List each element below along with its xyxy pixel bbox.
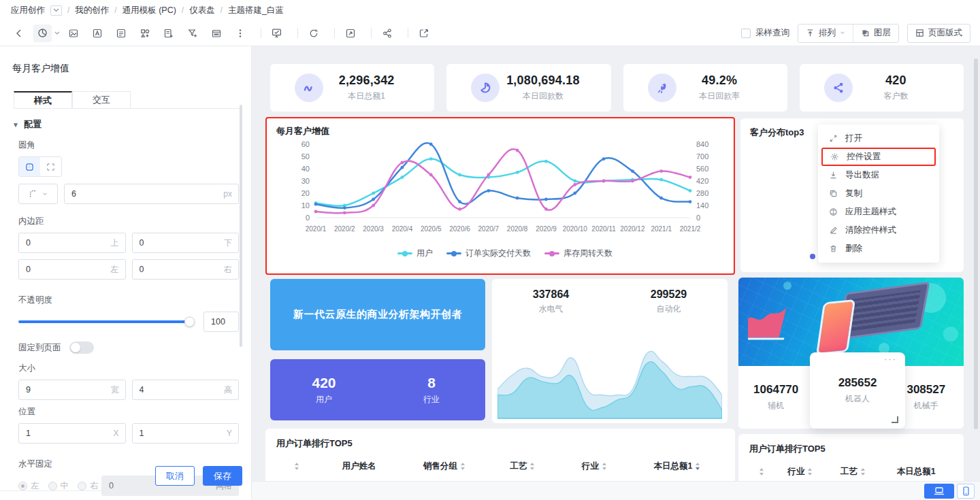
menu-item-open[interactable]: 打开	[818, 129, 939, 148]
page-layout-button[interactable]: 页面版式	[907, 24, 970, 43]
share-icon[interactable]	[378, 24, 396, 42]
checkbox-icon[interactable]	[741, 29, 751, 38]
cancel-button[interactable]: 取消	[155, 466, 195, 486]
back-icon[interactable]	[10, 24, 28, 42]
preview-icon[interactable]	[267, 24, 286, 42]
chevron-down-icon[interactable]	[54, 31, 60, 35]
breadcrumb-item[interactable]: 仪表盘	[189, 5, 215, 16]
config-section-header[interactable]: ▼ 配置	[0, 109, 251, 131]
toolbar-divider	[297, 28, 298, 38]
legend-item[interactable]: 用户	[397, 248, 433, 259]
radius-corners-button[interactable]	[40, 157, 61, 176]
text-icon[interactable]	[88, 24, 106, 42]
layers-button[interactable]: 图层	[853, 24, 898, 42]
more-icon[interactable]: ···	[884, 354, 897, 364]
component-icon[interactable]	[135, 24, 154, 42]
panel-scrollbar[interactable]	[240, 105, 242, 347]
hfix-right-radio[interactable]: 右	[78, 480, 99, 492]
menu-item-apply-theme[interactable]: 应用主题样式	[818, 203, 939, 221]
column-header[interactable]	[749, 466, 774, 478]
radius-all-button[interactable]	[19, 157, 40, 176]
svg-text:560: 560	[696, 165, 708, 173]
robot-stat-widget-selected[interactable]: ··· 285652 机器人	[810, 352, 905, 429]
toolbar: 采样查询 排列 图层 页面版式	[0, 20, 980, 46]
opacity-input[interactable]	[203, 312, 239, 332]
column-header[interactable]: 本日总额1	[630, 461, 724, 472]
padding-right-input[interactable]: 右	[132, 259, 240, 280]
query-icon[interactable]	[159, 24, 178, 42]
column-header[interactable]: 工艺	[487, 461, 558, 472]
fix-to-page-toggle[interactable]	[69, 341, 94, 354]
chart-type-icon[interactable]	[33, 24, 52, 42]
desktop-view-button[interactable]	[924, 484, 954, 499]
kpi-card-payback[interactable]: 1,080,694.18本日回款数	[446, 64, 610, 112]
breadcrumb-separator: /	[67, 5, 69, 15]
tab-style[interactable]: 样式	[14, 91, 72, 108]
kpi-card-total[interactable]: 2,296,342本日总额1	[270, 64, 434, 112]
legend-item[interactable]: 库存周转天数	[544, 248, 612, 259]
radius-input[interactable]: px	[64, 184, 239, 204]
breadcrumb-item[interactable]: 我的创作	[75, 5, 109, 16]
kpi-card-rate[interactable]: 49.2%本日回款率	[623, 64, 787, 112]
tab-icon[interactable]	[207, 24, 225, 42]
kpi-row: 2,296,342本日总额1 1,080,694.18本日回款数 49.2%本日…	[270, 64, 964, 112]
hfix-center-radio[interactable]: 中	[48, 480, 69, 492]
user-industry-stats-widget[interactable]: 420用户 8行业	[270, 359, 485, 420]
column-header[interactable]: 本日总额1	[879, 466, 953, 478]
chevron-down-icon[interactable]	[50, 5, 62, 16]
sample-query-checkbox[interactable]: 采样查询	[741, 27, 789, 39]
copy-icon	[828, 189, 838, 198]
kpi-card-customers[interactable]: 420客户数	[800, 64, 964, 112]
svg-text:20: 20	[301, 189, 310, 197]
stat-industries: 8行业	[378, 359, 485, 420]
filter-icon[interactable]	[183, 24, 201, 42]
mobile-view-button[interactable]	[957, 484, 975, 499]
menu-item-delete[interactable]: 删除	[818, 239, 939, 258]
menu-item-clear-style[interactable]: 清除控件样式	[818, 221, 939, 239]
padding-top-input[interactable]: 上	[18, 233, 126, 253]
padding-bottom-input[interactable]: 下	[132, 233, 240, 253]
legend-item[interactable]: 订单实际交付天数	[446, 248, 531, 259]
area-chart-widget[interactable]: 337864水电气 299529自动化	[492, 279, 728, 423]
canvas-scrollbar[interactable]	[974, 59, 978, 429]
column-header[interactable]: 用户姓名	[316, 461, 402, 472]
menu-item-export-data[interactable]: 导出数据	[818, 166, 939, 184]
column-header[interactable]: 行业	[774, 466, 827, 478]
save-button[interactable]: 保存	[203, 466, 242, 486]
size-height-input[interactable]: 高	[132, 380, 240, 400]
column-header[interactable]: 行业	[559, 461, 630, 472]
image-icon[interactable]	[64, 24, 82, 42]
publish-icon[interactable]	[414, 24, 433, 42]
stat-users: 420用户	[270, 359, 378, 420]
svg-text:2020/10: 2020/10	[563, 225, 588, 233]
clear-style-icon	[828, 226, 838, 235]
resize-icon[interactable]	[341, 24, 359, 42]
menu-item-widget-settings[interactable]: 控件设置	[821, 148, 936, 166]
svg-text:140: 140	[696, 201, 708, 210]
size-width-input[interactable]: 宽	[18, 380, 126, 400]
banner-widget[interactable]: 新一代云原生的商业分析架构开创者	[270, 279, 485, 350]
list-icon[interactable]	[112, 24, 130, 42]
theme-icon	[828, 207, 838, 216]
more-icon[interactable]	[231, 24, 249, 42]
hfix-left-radio[interactable]: 左	[18, 480, 39, 492]
sort-icon	[460, 463, 466, 470]
padding-left-input[interactable]: 左	[18, 259, 126, 280]
position-x-input[interactable]: X	[18, 423, 126, 444]
line-chart-widget-selected[interactable]: 每月客户增值 010203040506001402804205607008402…	[265, 117, 735, 275]
tab-interaction[interactable]: 交互	[72, 91, 131, 108]
breadcrumb-item[interactable]: 通用模板 (PC)	[122, 5, 176, 16]
radius-corner-select[interactable]	[18, 184, 58, 204]
breadcrumb-root[interactable]: 应用创作	[11, 5, 45, 16]
column-header[interactable]: 工艺	[827, 466, 880, 478]
menu-item-copy[interactable]: 复制	[818, 184, 939, 203]
column-header[interactable]	[276, 461, 316, 472]
position-y-input[interactable]: Y	[132, 423, 240, 444]
resize-handle[interactable]	[892, 416, 898, 423]
column-header[interactable]: 销售分组	[402, 461, 487, 472]
opacity-slider[interactable]	[18, 320, 194, 323]
refresh-icon[interactable]	[304, 24, 323, 42]
arrange-button[interactable]: 排列	[798, 24, 853, 42]
opacity-label: 不透明度	[18, 295, 239, 306]
slider-knob[interactable]	[184, 317, 195, 327]
